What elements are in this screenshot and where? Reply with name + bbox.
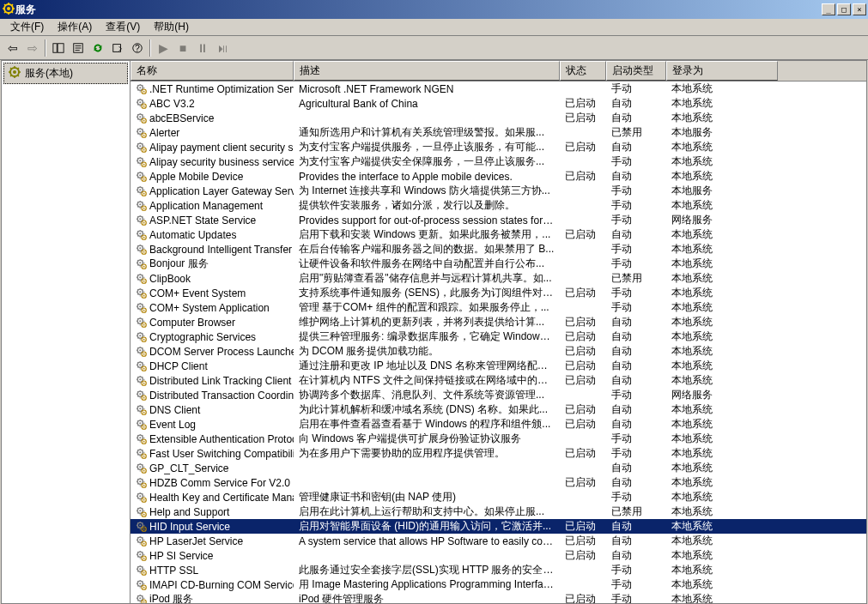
- restart-service-button[interactable]: ⏯: [213, 39, 232, 57]
- svg-point-132: [143, 513, 145, 515]
- export-list-button[interactable]: [108, 39, 127, 57]
- service-row[interactable]: Application Management提供软件安装服务，诸如分派，发行以及…: [131, 198, 866, 213]
- pause-service-button[interactable]: ⏸: [193, 39, 212, 57]
- service-row[interactable]: HP LaserJet ServiceA system service that…: [131, 534, 866, 548]
- svg-rect-3: [58, 43, 64, 52]
- svg-point-82: [139, 335, 141, 336]
- service-row[interactable]: HTTP SSL此服务通过安全套接字层(SSL)实现 HTTP 服务的安全超..…: [131, 563, 866, 577]
- cell-name: COM+ Event System: [131, 287, 294, 300]
- service-row[interactable]: Alipay security business service为支付宝客户端提…: [131, 154, 866, 169]
- service-row[interactable]: abcEBService已启动自动本地系统: [131, 111, 866, 125]
- service-name-text: Alipay payment client security ser...: [149, 142, 294, 154]
- service-icon: [136, 390, 148, 402]
- service-row[interactable]: Automatic Updates启用下载和安装 Windows 更新。如果此服…: [131, 227, 866, 242]
- service-name-text: DNS Client: [149, 404, 200, 416]
- cell-status: [560, 205, 606, 207]
- service-row[interactable]: Help and Support启用在此计算机上运行帮助和支持中心。如果停止服.…: [131, 504, 866, 519]
- column-header-status[interactable]: 状态: [560, 61, 606, 81]
- service-row[interactable]: HDZB Comm Service For V2.0已启动自动本地系统: [131, 475, 866, 490]
- service-row[interactable]: Computer Browser维护网络上计算机的更新列表，并将列表提供给计算.…: [131, 315, 866, 329]
- service-row[interactable]: DHCP Client通过注册和更改 IP 地址以及 DNS 名称来管理网络配置…: [131, 359, 866, 373]
- menu-action[interactable]: 操作(A): [51, 18, 99, 36]
- close-button[interactable]: ×: [853, 3, 866, 15]
- svg-point-98: [139, 393, 141, 395]
- cell-name: ASP.NET State Service: [131, 214, 294, 227]
- cell-status: 已启动: [560, 591, 606, 603]
- service-icon: [136, 492, 148, 504]
- svg-point-22: [139, 116, 141, 118]
- menu-help[interactable]: 帮助(H): [147, 18, 196, 36]
- service-name-text: COM+ System Application: [149, 302, 270, 314]
- service-name-text: Fast User Switching Compatibility: [149, 448, 294, 460]
- service-icon: [136, 565, 148, 577]
- help-button[interactable]: ?: [128, 39, 147, 57]
- back-button[interactable]: ⇦: [3, 39, 22, 57]
- service-name-text: Background Intelligent Transfer S...: [149, 244, 294, 256]
- forward-button[interactable]: ⇨: [23, 39, 42, 57]
- service-icon: [136, 331, 148, 343]
- service-icon: [136, 346, 148, 358]
- minimize-button[interactable]: _: [822, 3, 835, 15]
- service-row[interactable]: Health Key and Certificate Manag...管理健康证…: [131, 490, 866, 504]
- service-name-text: ABC V3.2: [149, 98, 195, 110]
- show-hide-tree-button[interactable]: [49, 39, 68, 57]
- service-row[interactable]: Cryptographic Services提供三种管理服务: 编录数据库服务，…: [131, 329, 866, 344]
- service-row[interactable]: Distributed Link Tracking Client在计算机内 NT…: [131, 373, 866, 388]
- svg-point-12: [13, 70, 16, 74]
- service-name-text: HDZB Comm Service For V2.0: [149, 477, 290, 489]
- menu-view[interactable]: 查看(V): [99, 18, 147, 36]
- service-row[interactable]: Distributed Transaction Coordinator协调跨多个…: [131, 388, 866, 402]
- service-row[interactable]: Alerter通知所选用户和计算机有关系统管理级警报。如果服...已禁用本地服务: [131, 125, 866, 140]
- service-row[interactable]: .NET Runtime Optimization Servic...Micro…: [131, 82, 866, 96]
- cell-description: [294, 468, 560, 469]
- properties-button[interactable]: [69, 39, 88, 57]
- service-row[interactable]: Apple Mobile DeviceProvides the interfac…: [131, 169, 866, 184]
- svg-point-152: [143, 586, 145, 588]
- service-row[interactable]: IMAPI CD-Burning COM Service用 Image Mast…: [131, 577, 866, 592]
- svg-point-154: [139, 597, 141, 599]
- window-title: 服务: [15, 3, 822, 17]
- column-header-description[interactable]: 描述: [294, 61, 560, 81]
- service-name-text: ASP.NET State Service: [149, 214, 256, 226]
- separator: [45, 39, 46, 57]
- service-row[interactable]: Fast User Switching Compatibility为在多用户下需…: [131, 446, 866, 461]
- refresh-button[interactable]: [88, 39, 107, 57]
- service-row[interactable]: ClipBook启用"剪贴簿查看器"储存信息并与远程计算机共享。如...已禁用本…: [131, 271, 866, 286]
- menu-file[interactable]: 文件(F): [3, 18, 51, 36]
- service-row[interactable]: Event Log启用在事件查看器查看基于 Windows 的程序和组件颁...…: [131, 417, 866, 432]
- svg-point-112: [143, 440, 145, 442]
- service-row[interactable]: iPod 服务iPod 硬件管理服务已启动手动本地系统: [131, 592, 866, 603]
- column-header-logon[interactable]: 登录为: [666, 61, 778, 81]
- start-service-button[interactable]: ▶: [154, 39, 173, 57]
- svg-point-104: [143, 411, 145, 413]
- service-row[interactable]: DNS Client为此计算机解析和缓冲域名系统 (DNS) 名称。如果此...…: [131, 402, 866, 417]
- svg-point-48: [143, 207, 145, 208]
- maximize-button[interactable]: □: [837, 3, 851, 15]
- cell-name: IMAPI CD-Burning COM Service: [131, 578, 294, 592]
- svg-point-58: [139, 247, 141, 249]
- service-icon: [136, 112, 148, 124]
- service-row[interactable]: Alipay payment client security ser...为支付…: [131, 140, 866, 154]
- service-row[interactable]: GP_CLT_Service自动本地系统: [131, 461, 866, 475]
- nav-services-local[interactable]: 服务(本地): [3, 63, 128, 84]
- service-icon: [136, 404, 148, 416]
- service-row[interactable]: HP SI Service已启动自动本地系统: [131, 548, 866, 563]
- service-row[interactable]: Application Layer Gateway Service为 Inter…: [131, 184, 866, 198]
- column-header-name[interactable]: 名称: [131, 61, 294, 81]
- service-row[interactable]: DCOM Server Process Launcher为 DCOM 服务提供加…: [131, 344, 866, 359]
- column-header-startup[interactable]: 启动类型: [606, 61, 666, 81]
- service-row[interactable]: COM+ Event System支持系统事件通知服务 (SENS)，此服务为订…: [131, 286, 866, 300]
- svg-point-60: [143, 251, 145, 252]
- service-row[interactable]: HID Input Service启用对智能界面设备 (HID)的通用输入访问，…: [131, 519, 866, 534]
- service-row[interactable]: Extensible Authentication Protoco...向 Wi…: [131, 432, 866, 446]
- service-row[interactable]: Bonjour 服务让硬件设备和软件服务在网络中自动配置并自行公布...手动本地…: [131, 257, 866, 271]
- service-name-text: Alipay security business service: [149, 156, 294, 168]
- cell-name: HDZB Comm Service For V2.0: [131, 476, 294, 490]
- service-row[interactable]: ASP.NET State ServiceProvides support fo…: [131, 213, 866, 227]
- service-row[interactable]: COM+ System Application管理 基于COM+ 组件的配置和跟…: [131, 300, 866, 315]
- service-row[interactable]: ABC V3.2Agricultural Bank of China已启动自动本…: [131, 96, 866, 111]
- stop-service-button[interactable]: ■: [173, 39, 192, 57]
- cell-name: GP_CLT_Service: [131, 462, 294, 475]
- cell-name: ClipBook: [131, 272, 294, 286]
- service-row[interactable]: Background Intelligent Transfer S...在后台传…: [131, 242, 866, 257]
